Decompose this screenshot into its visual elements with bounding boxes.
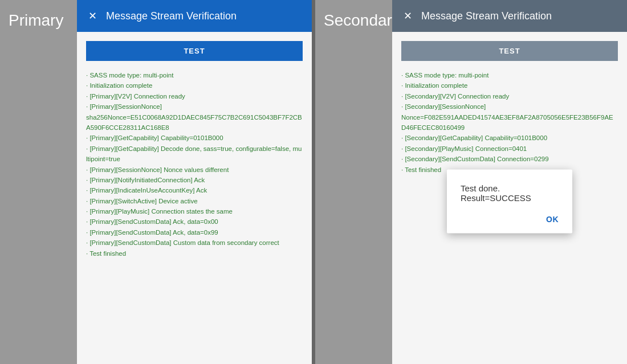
result-dialog-ok-container: OK: [461, 214, 559, 224]
left-log-area: · SASS mode type: multi-point · Initiali…: [86, 70, 303, 259]
left-dialog-title: Message Stream Verification: [106, 10, 237, 22]
result-dialog-message: Test done. Result=SUCCESS: [461, 183, 559, 202]
right-test-button: TEST: [401, 41, 618, 61]
left-panel-title: Primary: [9, 11, 63, 30]
right-panel-background: Secondary: [315, 0, 392, 364]
left-close-button[interactable]: ✕: [86, 9, 99, 23]
right-close-button[interactable]: ✕: [401, 9, 414, 23]
result-dialog-ok-button[interactable]: OK: [546, 214, 559, 223]
right-panel: Secondary ✕ Message Stream Verification …: [315, 0, 627, 364]
left-panel: Primary ✕ Message Stream Verification TE…: [0, 0, 312, 364]
right-log-area: · SASS mode type: multi-point · Initiali…: [401, 70, 618, 175]
left-dialog-area: ✕ Message Stream Verification TEST · SAS…: [77, 0, 312, 364]
left-panel-background: Primary: [0, 0, 77, 364]
right-dialog-area: ✕ Message Stream Verification TEST · SAS…: [392, 0, 627, 364]
right-dialog-header: ✕ Message Stream Verification: [392, 0, 627, 32]
left-dialog-body: TEST · SASS mode type: multi-point · Ini…: [77, 32, 312, 364]
result-dialog: Test done. Result=SUCCESS OK: [447, 169, 572, 233]
left-dialog-header: ✕ Message Stream Verification: [77, 0, 312, 32]
right-dialog-body: TEST · SASS mode type: multi-point · Ini…: [392, 32, 627, 364]
right-dialog-title: Message Stream Verification: [421, 10, 552, 22]
left-test-button[interactable]: TEST: [86, 41, 303, 61]
right-panel-title: Secondary: [324, 11, 400, 30]
